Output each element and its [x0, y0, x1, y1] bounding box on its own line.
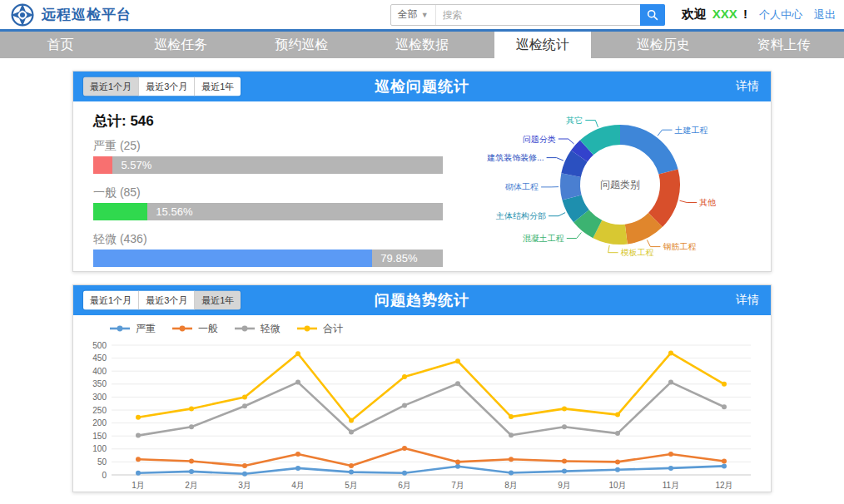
- svg-text:其他: 其他: [699, 198, 716, 207]
- range-button[interactable]: 最近1年: [195, 77, 241, 96]
- svg-text:7月: 7月: [451, 481, 464, 490]
- severity-bar-percent: 79.85%: [380, 250, 417, 267]
- svg-text:350: 350: [92, 379, 107, 388]
- severity-bar-label: 轻微 (436): [93, 232, 464, 247]
- legend-item[interactable]: 轻微: [233, 322, 281, 336]
- svg-text:主体结构分部: 主体结构分部: [495, 211, 546, 220]
- nav-tab-label[interactable]: 巡检数据: [374, 32, 470, 58]
- severity-bar-percent: 15.56%: [156, 203, 192, 220]
- range-button-group: 最近1个月最近3个月最近1年: [83, 77, 241, 96]
- svg-text:砌体工程: 砌体工程: [504, 182, 539, 191]
- nav-tab[interactable]: 首页: [0, 32, 121, 58]
- svg-text:200: 200: [92, 418, 107, 427]
- svg-text:400: 400: [92, 367, 107, 376]
- profile-link[interactable]: 个人中心: [759, 7, 802, 22]
- severity-bar-track: 79.85%: [93, 250, 443, 267]
- range-button[interactable]: 最近1个月: [83, 291, 139, 310]
- svg-text:土建工程: 土建工程: [674, 126, 708, 135]
- app-title: 远程巡检平台: [42, 5, 132, 24]
- svg-text:300: 300: [92, 393, 107, 402]
- svg-text:5月: 5月: [345, 481, 358, 490]
- nav-tab[interactable]: 巡检统计: [482, 32, 603, 58]
- severity-bar-fill: [93, 203, 147, 220]
- panel-trend-stats-header: 最近1个月最近3个月最近1年 问题趋势统计 详情: [73, 285, 771, 315]
- welcome-username: XXX: [712, 7, 737, 21]
- panel-trend-stats-body: 严重一般轻微合计 0501001502002503003504004505001…: [73, 315, 771, 492]
- detail-link[interactable]: 详情: [736, 79, 759, 94]
- svg-text:模板工程: 模板工程: [621, 248, 654, 257]
- panel-title: 巡检问题统计: [375, 77, 469, 96]
- severity-bar-fill: [93, 250, 372, 267]
- problem-trend-line-chart[interactable]: 0501001502002503003504004505001月2月3月4月5月…: [73, 338, 766, 493]
- nav-tab[interactable]: 巡检历史: [603, 32, 723, 58]
- svg-text:问题分类: 问题分类: [523, 135, 556, 144]
- svg-text:50: 50: [97, 457, 107, 467]
- legend-marker-icon: [108, 324, 132, 333]
- legend-label: 一般: [198, 322, 218, 336]
- nav-tab[interactable]: 巡检任务: [121, 32, 241, 58]
- legend-item[interactable]: 严重: [108, 322, 156, 336]
- welcome-text: 欢迎 XXX !: [682, 7, 747, 22]
- legend-item[interactable]: 一般: [171, 322, 218, 336]
- search-button[interactable]: [640, 4, 665, 26]
- legend-item[interactable]: 合计: [295, 322, 343, 336]
- severity-bar: 轻微 (436)79.85%: [93, 232, 464, 267]
- svg-text:2月: 2月: [185, 481, 198, 490]
- svg-text:3月: 3月: [238, 481, 251, 490]
- severity-bar: 一般 (85)15.56%: [93, 185, 464, 220]
- svg-text:11月: 11月: [663, 481, 679, 490]
- severity-bar-label: 严重 (25): [93, 139, 464, 154]
- svg-text:250: 250: [92, 406, 107, 415]
- nav-tab-label[interactable]: 资料上传: [736, 32, 832, 58]
- svg-text:问题类别: 问题类别: [600, 179, 640, 190]
- svg-text:12月: 12月: [715, 481, 732, 490]
- svg-text:建筑装饰装修...: 建筑装饰装修...: [486, 153, 544, 162]
- top-header: 远程巡检平台 全部 ▼ 欢迎 XXX ! 个人中心 退出: [0, 0, 844, 32]
- svg-text:100: 100: [92, 444, 107, 453]
- search-input[interactable]: [436, 9, 640, 21]
- nav-tab-label[interactable]: 预约巡检: [253, 32, 350, 58]
- search-icon: [647, 9, 658, 21]
- nav-tab-label[interactable]: 巡检统计: [494, 32, 591, 58]
- svg-text:500: 500: [92, 341, 107, 350]
- nav-tab-label[interactable]: 巡检历史: [615, 32, 712, 58]
- problem-category-donut-chart[interactable]: 土建工程其他钢筋工程模板工程混凝土工程主体结构分部砌体工程建筑装饰装修...问题…: [480, 103, 755, 269]
- severity-bar-percent: 5.57%: [121, 156, 151, 174]
- svg-text:10月: 10月: [608, 481, 626, 490]
- total-label: 总计:: [93, 113, 127, 129]
- nav-tab-label[interactable]: 巡检任务: [132, 32, 229, 58]
- severity-bar-track: 5.57%: [93, 156, 443, 174]
- range-button[interactable]: 最近3个月: [139, 291, 195, 310]
- legend-marker-icon: [295, 324, 319, 333]
- welcome-suffix: !: [743, 7, 747, 21]
- main-nav: 首页巡检任务预约巡检巡检数据巡检统计巡检历史资料上传: [0, 32, 844, 58]
- legend-marker-icon: [171, 324, 194, 333]
- detail-link[interactable]: 详情: [736, 293, 759, 308]
- range-button[interactable]: 最近1个月: [83, 77, 139, 96]
- nav-tab[interactable]: 巡检数据: [362, 32, 483, 58]
- nav-tab-label[interactable]: 首页: [25, 32, 95, 58]
- legend-label: 严重: [136, 322, 156, 336]
- logout-link[interactable]: 退出: [814, 7, 836, 22]
- range-button[interactable]: 最近1年: [195, 291, 241, 310]
- svg-text:6月: 6月: [398, 481, 411, 490]
- svg-text:450: 450: [92, 353, 107, 363]
- donut-chart-area: 土建工程其他钢筋工程模板工程混凝土工程主体结构分部砌体工程建筑装饰装修...问题…: [464, 101, 771, 271]
- total-value: 546: [130, 113, 153, 129]
- search-filter-label: 全部: [398, 7, 418, 22]
- severity-bars: 总计: 546 严重 (25)5.57%一般 (85)15.56%轻微 (436…: [73, 101, 464, 271]
- severity-bar-label: 一般 (85): [93, 185, 464, 200]
- bars-list: 严重 (25)5.57%一般 (85)15.56%轻微 (436)79.85%: [93, 139, 464, 267]
- nav-tab[interactable]: 预约巡检: [241, 32, 362, 58]
- legend-label: 轻微: [261, 322, 281, 336]
- svg-text:150: 150: [92, 432, 107, 441]
- app-logo-icon: [10, 2, 35, 27]
- welcome-prefix: 欢迎: [682, 7, 707, 21]
- total-count: 总计: 546: [93, 111, 464, 131]
- panel-problem-stats-header: 最近1个月最近3个月最近1年 巡检问题统计 详情: [73, 72, 771, 101]
- search-filter-dropdown[interactable]: 全部 ▼: [391, 5, 436, 25]
- range-button[interactable]: 最近3个月: [139, 77, 195, 96]
- content-area: 最近1个月最近3个月最近1年 巡检问题统计 详情 总计: 546 严重 (25)…: [0, 58, 844, 492]
- nav-tab[interactable]: 资料上传: [723, 32, 844, 58]
- svg-text:4月: 4月: [291, 481, 305, 490]
